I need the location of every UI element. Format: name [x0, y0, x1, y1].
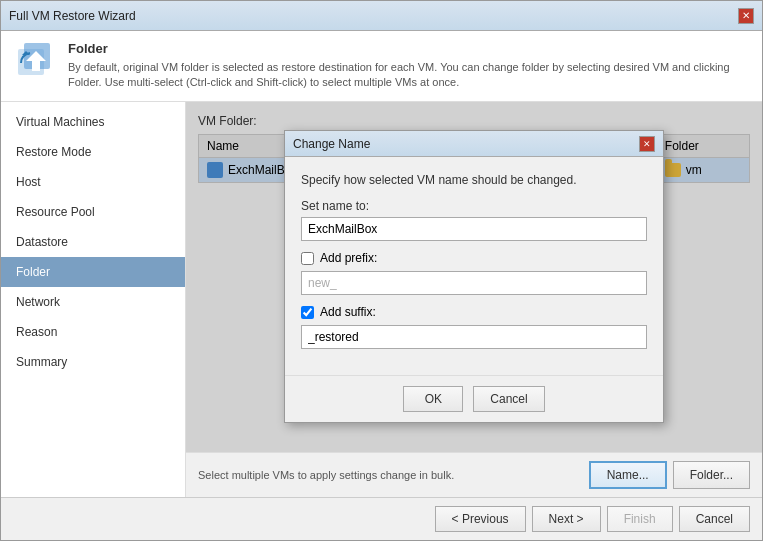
modal-ok-button[interactable]: OK: [403, 386, 463, 412]
bottom-text: Select multiple VMs to apply settings ch…: [198, 469, 454, 481]
suffix-input[interactable]: [301, 325, 647, 349]
add-suffix-row: Add suffix:: [301, 305, 647, 319]
sidebar-item-network[interactable]: Network: [1, 287, 185, 317]
add-suffix-checkbox[interactable]: [301, 306, 314, 319]
window-close-button[interactable]: ✕: [738, 8, 754, 24]
header-description: By default, original VM folder is select…: [68, 60, 747, 91]
add-prefix-checkbox[interactable]: [301, 252, 314, 265]
modal-footer: OK Cancel: [285, 375, 663, 422]
folder-button[interactable]: Folder...: [673, 461, 750, 489]
modal-close-button[interactable]: ✕: [639, 136, 655, 152]
sidebar-item-folder[interactable]: Folder: [1, 257, 185, 287]
header-section: Folder By default, original VM folder is…: [1, 31, 762, 102]
sidebar-item-host[interactable]: Host: [1, 167, 185, 197]
restore-icon: [16, 41, 56, 81]
add-prefix-label: Add prefix:: [320, 251, 377, 265]
main-window: Full VM Restore Wizard ✕ Folder By defau…: [0, 0, 763, 541]
bottom-action-bar: Select multiple VMs to apply settings ch…: [186, 452, 762, 497]
set-name-label: Set name to:: [301, 199, 647, 213]
set-name-input[interactable]: [301, 217, 647, 241]
modal-body: Specify how selected VM name should be c…: [285, 157, 663, 375]
sidebar-item-datastore[interactable]: Datastore: [1, 227, 185, 257]
bottom-action-buttons: Name... Folder...: [589, 461, 750, 489]
cancel-button[interactable]: Cancel: [679, 506, 750, 532]
sidebar-item-restore-mode[interactable]: Restore Mode: [1, 137, 185, 167]
titlebar: Full VM Restore Wizard ✕: [1, 1, 762, 31]
modal-overlay: Change Name ✕ Specify how selected VM na…: [186, 102, 762, 452]
sidebar-item-resource-pool[interactable]: Resource Pool: [1, 197, 185, 227]
prefix-input[interactable]: [301, 271, 647, 295]
content-area: Virtual Machines Restore Mode Host Resou…: [1, 102, 762, 497]
modal-cancel-button[interactable]: Cancel: [473, 386, 544, 412]
finish-button[interactable]: Finish: [607, 506, 673, 532]
modal-title: Change Name: [293, 137, 370, 151]
wizard-footer: < Previous Next > Finish Cancel: [1, 497, 762, 540]
previous-button[interactable]: < Previous: [435, 506, 526, 532]
modal-titlebar: Change Name ✕: [285, 131, 663, 157]
sidebar-item-reason[interactable]: Reason: [1, 317, 185, 347]
header-text: Folder By default, original VM folder is…: [68, 41, 747, 91]
next-button[interactable]: Next >: [532, 506, 601, 532]
main-content: VM Folder: Name New Name Folder: [186, 102, 762, 452]
sidebar-item-virtual-machines[interactable]: Virtual Machines: [1, 107, 185, 137]
name-button[interactable]: Name...: [589, 461, 667, 489]
add-prefix-row: Add prefix:: [301, 251, 647, 265]
window-title: Full VM Restore Wizard: [9, 9, 136, 23]
sidebar: Virtual Machines Restore Mode Host Resou…: [1, 102, 186, 497]
change-name-modal: Change Name ✕ Specify how selected VM na…: [284, 130, 664, 423]
sidebar-item-summary[interactable]: Summary: [1, 347, 185, 377]
header-title: Folder: [68, 41, 747, 56]
add-suffix-label: Add suffix:: [320, 305, 376, 319]
modal-description: Specify how selected VM name should be c…: [301, 173, 647, 187]
